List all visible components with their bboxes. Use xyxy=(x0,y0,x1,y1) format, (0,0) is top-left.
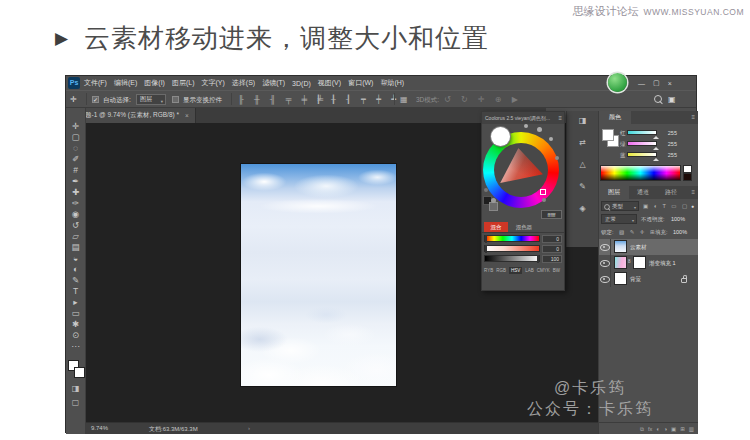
hue-slider[interactable] xyxy=(484,235,540,242)
close-button[interactable]: × xyxy=(668,80,672,87)
saturation-slider[interactable] xyxy=(484,245,540,252)
blue-value[interactable]: 255 xyxy=(659,152,677,158)
shape-tool[interactable]: ▭ xyxy=(71,309,79,318)
swatch-dot[interactable] xyxy=(555,156,559,160)
path-selection-tool[interactable]: ▸ xyxy=(73,298,77,307)
foreground-color-swatch[interactable] xyxy=(602,129,614,141)
layer-filter-icons[interactable]: ▣ ◐ T ▭ ▢ xyxy=(643,203,689,209)
layer-row-background[interactable]: 背景 xyxy=(599,271,698,287)
swatch-dot[interactable] xyxy=(524,124,528,128)
foreground-background-swatches[interactable] xyxy=(68,360,84,378)
tab-paths[interactable]: 路径 xyxy=(657,186,685,199)
quick-mask-icon[interactable]: ◨ xyxy=(66,384,85,393)
value-value[interactable]: 100 xyxy=(542,255,562,263)
mode-lab[interactable]: LAB xyxy=(525,268,534,273)
minimize-button[interactable]: — xyxy=(638,80,645,87)
swatch-dot[interactable] xyxy=(484,188,488,192)
menu-file[interactable]: 文件(F) xyxy=(84,78,107,88)
menu-image[interactable]: 图像(I) xyxy=(144,78,165,88)
quick-selection-tool[interactable]: ✐ xyxy=(72,155,79,164)
workspace-switcher-icon[interactable]: ▣ xyxy=(668,95,676,104)
status-flyout-icon[interactable]: › xyxy=(248,425,250,431)
cloud-image[interactable] xyxy=(241,164,396,386)
saturation-value[interactable]: 0 xyxy=(542,245,562,253)
layer-thumbnail[interactable] xyxy=(614,256,627,269)
menu-select[interactable]: 选择(S) xyxy=(232,78,255,88)
mode-hsv[interactable]: HSV xyxy=(509,267,522,274)
gradient-tool[interactable]: ▤ xyxy=(71,243,79,252)
menu-view[interactable]: 视图(V) xyxy=(318,78,341,88)
eye-icon[interactable] xyxy=(600,276,610,283)
auto-select-dropdown[interactable]: 图层 xyxy=(136,94,166,105)
document-tab-close-icon[interactable]: × xyxy=(185,112,189,119)
restore-button[interactable]: ▢ xyxy=(653,79,660,87)
auto-select-checkbox[interactable] xyxy=(92,96,99,103)
eye-icon[interactable] xyxy=(600,244,610,251)
menu-layer[interactable]: 图层(L) xyxy=(172,78,195,88)
tab-layers[interactable]: 图层 xyxy=(599,186,629,199)
healing-brush-tool[interactable]: ✚ xyxy=(72,188,79,197)
layer-thumbnail[interactable] xyxy=(614,240,627,253)
history-brush-tool[interactable]: ↺ xyxy=(72,221,79,230)
tab-blend[interactable]: 混合 xyxy=(484,222,508,232)
hue-value[interactable]: 0 xyxy=(542,235,562,243)
menu-type[interactable]: 文字(Y) xyxy=(201,78,224,88)
hand-tool[interactable]: ✱ xyxy=(72,320,79,329)
white-swatch[interactable] xyxy=(683,165,692,173)
layers-panel-menu-icon[interactable]: ≡ xyxy=(691,189,695,195)
mode-ryb[interactable]: RYB xyxy=(484,268,493,273)
move-tool-icon[interactable]: ✛ xyxy=(70,95,77,104)
brush-tool[interactable]: ✑ xyxy=(72,199,79,208)
menu-window[interactable]: 窗口(W) xyxy=(348,78,373,88)
eyedropper-tool[interactable]: ✒ xyxy=(72,177,79,186)
mode-bw[interactable]: BW xyxy=(553,268,560,273)
adjustment-layer-icon[interactable]: ◑ xyxy=(664,426,667,432)
green-value[interactable]: 255 xyxy=(659,141,677,147)
value-slider[interactable] xyxy=(484,255,540,262)
crop-tool[interactable]: # xyxy=(73,166,78,175)
background-color-swatch[interactable] xyxy=(74,367,85,378)
red-value[interactable]: 255 xyxy=(659,130,677,136)
menu-help[interactable]: 帮助(H) xyxy=(380,78,404,88)
marquee-tool[interactable]: ▢ xyxy=(71,133,79,142)
red-slider[interactable] xyxy=(627,130,657,135)
mode-rgb[interactable]: RGB xyxy=(496,268,506,273)
blur-tool[interactable]: ◒ xyxy=(73,254,78,263)
blue-slider[interactable] xyxy=(627,152,657,157)
layer-row-gradient[interactable]: 8 渐变填充 1 xyxy=(599,255,698,271)
delete-layer-icon[interactable]: ▥ xyxy=(689,426,694,432)
layer-name[interactable]: 云素材 xyxy=(630,239,647,255)
layer-thumbnail[interactable] xyxy=(614,272,627,285)
visibility-cell[interactable] xyxy=(599,255,611,271)
edit-toolbar-icon[interactable]: ⋯ xyxy=(71,342,80,351)
layer-style-icon[interactable]: fx xyxy=(648,426,652,432)
visibility-cell[interactable] xyxy=(599,239,611,255)
zoom-tool[interactable]: ⊙ xyxy=(72,331,79,340)
slider-thumb[interactable] xyxy=(485,235,487,243)
mini-swatch[interactable] xyxy=(489,202,498,211)
slider-thumb[interactable] xyxy=(537,255,539,263)
swatch-dot[interactable] xyxy=(542,198,546,202)
coolorus-panel-title[interactable]: Coolorus 2.5 vieyan(调色剂... xyxy=(482,112,564,124)
mode-cmyk[interactable]: CMYK xyxy=(537,268,550,273)
libraries-icon[interactable]: ⇄ xyxy=(579,139,586,147)
layer-name[interactable]: 背景 xyxy=(630,271,641,287)
black-swatch[interactable] xyxy=(683,173,692,181)
eraser-tool[interactable]: ▱ xyxy=(72,232,79,241)
color-spectrum-ramp[interactable] xyxy=(600,165,681,181)
clone-stamp-tool[interactable]: ◉ xyxy=(72,210,79,219)
tab-channels[interactable]: 通道 xyxy=(629,186,657,199)
visibility-cell[interactable] xyxy=(599,271,611,287)
dodge-tool[interactable]: ◐ xyxy=(73,265,78,274)
lock-icons[interactable]: ▨ ✎ ✛ ⊞ xyxy=(619,229,657,235)
pen-tool[interactable]: ✎ xyxy=(72,276,79,285)
align-icons[interactable]: ╟ ╫ ╢ ╤ ╪ ╧ xyxy=(238,95,327,104)
menu-edit[interactable]: 编辑(E) xyxy=(114,78,137,88)
swatch-dot[interactable] xyxy=(549,137,553,141)
distribute-spacing-icon[interactable]: ▦ xyxy=(400,95,412,104)
opacity-value[interactable]: 100% xyxy=(671,216,685,222)
fill-value[interactable]: 100% xyxy=(673,229,687,235)
link-layers-icon[interactable]: ⧉ xyxy=(640,426,644,432)
swatch-dot[interactable] xyxy=(491,198,496,203)
show-transform-checkbox[interactable] xyxy=(172,96,179,103)
